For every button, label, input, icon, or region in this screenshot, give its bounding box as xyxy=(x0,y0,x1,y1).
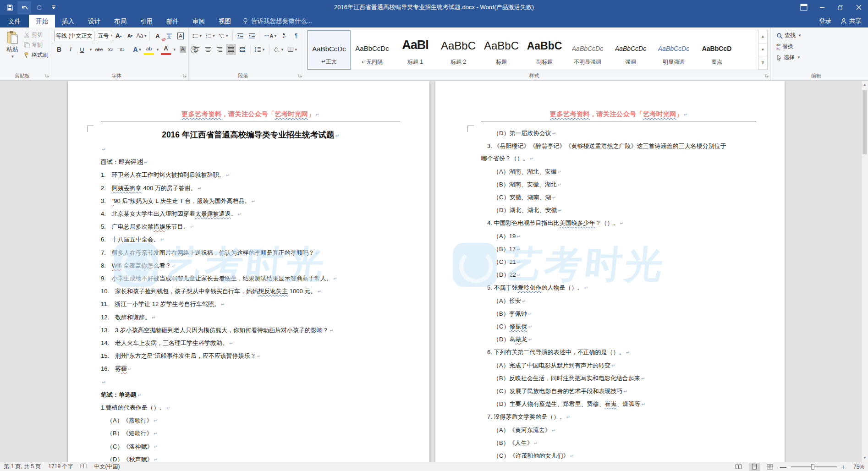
find-button[interactable]: 查找▼ xyxy=(776,32,865,39)
font-family-combo[interactable]: 等线 (中文正文▼ xyxy=(54,31,94,41)
style-item[interactable]: AaBbCcDc↵无间隔 xyxy=(351,30,394,70)
style-item[interactable]: AaBbC副标题 xyxy=(523,30,566,70)
word-count[interactable]: 1719 个字 xyxy=(48,463,73,471)
close-icon[interactable] xyxy=(850,0,868,15)
phonetic-guide-button[interactable]: wén 文 xyxy=(164,30,174,41)
increase-indent-button[interactable] xyxy=(247,30,257,41)
align-right-button[interactable] xyxy=(214,44,225,55)
font-color-button[interactable]: A xyxy=(161,44,171,55)
bullets-button[interactable]: ▼ xyxy=(192,30,203,41)
tab-设计[interactable]: 设计 xyxy=(81,15,107,27)
line-spacing-button[interactable]: ▼ xyxy=(253,44,266,55)
customize-qat-icon[interactable] xyxy=(47,1,60,14)
styles-more-icon[interactable]: ⊽ xyxy=(758,56,767,70)
multilevel-list-button[interactable]: ▼ xyxy=(218,30,230,41)
page-indicator[interactable]: 第 1 页, 共 5 页 xyxy=(4,463,41,471)
styles-dialog-launcher-icon[interactable] xyxy=(765,72,769,79)
vertical-scrollbar[interactable]: ▲ ▼ xyxy=(861,81,868,462)
grow-font-button[interactable]: A▲ xyxy=(114,30,124,41)
tab-视图[interactable]: 视图 xyxy=(212,15,238,27)
replace-button[interactable]: ab ac 替换 xyxy=(776,43,865,50)
zoom-slider-thumb[interactable] xyxy=(811,464,814,470)
clipboard-dialog-launcher-icon[interactable] xyxy=(45,72,49,79)
style-item[interactable]: AaBbC标题 2 xyxy=(437,30,480,70)
cut-button[interactable]: 剪切 xyxy=(24,31,48,39)
underline-button[interactable]: U xyxy=(77,44,87,55)
distribute-button[interactable] xyxy=(237,44,247,55)
undo-icon[interactable] xyxy=(17,1,31,14)
decrease-indent-button[interactable] xyxy=(236,30,246,41)
font-dialog-launcher-icon[interactable] xyxy=(183,72,187,79)
subscript-button[interactable]: x2 xyxy=(105,44,115,55)
bold-button[interactable]: B xyxy=(54,44,64,55)
style-item[interactable]: AaBl标题 1 xyxy=(394,30,437,70)
shading-button[interactable]: ▼ xyxy=(272,44,285,55)
paragraph-mark: ↵ xyxy=(530,156,533,161)
read-mode-icon[interactable] xyxy=(733,463,744,471)
zoom-slider[interactable] xyxy=(791,466,837,467)
tab-开始[interactable]: 开始 xyxy=(29,15,55,27)
align-left-button[interactable] xyxy=(192,44,202,55)
format-painter-button[interactable]: 格式刷 xyxy=(24,51,48,59)
sign-in-button[interactable]: 登录 xyxy=(819,17,831,25)
zoom-in-button[interactable]: + xyxy=(841,463,845,471)
ribbon-display-options-icon[interactable] xyxy=(795,0,813,15)
superscript-button[interactable]: x2 xyxy=(117,44,127,55)
highlight-color-button[interactable]: ab xyxy=(144,44,154,55)
character-border-button[interactable]: A xyxy=(176,30,186,41)
sort-button[interactable]: AZ ↓ xyxy=(280,30,290,41)
language-indicator[interactable]: 中文(中国) xyxy=(94,463,120,471)
paragraph-mark: ↵ xyxy=(154,418,157,423)
text-effects-button[interactable]: A▼ xyxy=(132,44,143,55)
tell-me-box[interactable]: 告诉我您想要做什么... xyxy=(238,15,317,27)
tab-布局[interactable]: 布局 xyxy=(107,15,133,27)
clear-formatting-button[interactable]: A xyxy=(153,30,163,41)
paragraph-dialog-launcher-icon[interactable] xyxy=(298,72,302,79)
align-center-button[interactable] xyxy=(203,44,213,55)
style-item[interactable]: AaBbCcD要点 xyxy=(695,30,738,70)
copy-button[interactable]: 复制 xyxy=(24,41,48,49)
style-item[interactable]: AaBbCcDc明显强调 xyxy=(652,30,695,70)
borders-button[interactable]: ▼ xyxy=(286,44,299,55)
paste-button[interactable]: 粘贴 ▼ xyxy=(3,30,22,71)
tab-引用[interactable]: 引用 xyxy=(133,15,159,27)
show-marks-button[interactable]: ¶ xyxy=(291,30,301,41)
tab-插入[interactable]: 插入 xyxy=(55,15,81,27)
scroll-down-icon[interactable]: ▼ xyxy=(862,455,868,462)
strikethrough-button[interactable]: abc xyxy=(94,44,104,55)
proofing-status-icon[interactable] xyxy=(80,463,87,471)
document-page-1[interactable]: 更多艺考资料，请关注公众号「艺考时光网」↵ 2016 年江西省普通高校编导类专业… xyxy=(68,81,429,462)
style-item[interactable]: AaBbCcDc强调 xyxy=(609,30,652,70)
tab-文件[interactable]: 文件 xyxy=(0,15,29,27)
scroll-up-icon[interactable]: ▲ xyxy=(862,81,868,88)
styles-scroll-down-icon[interactable]: ▼ xyxy=(758,44,767,57)
change-case-button[interactable]: Aa▼ xyxy=(137,30,147,41)
tab-审阅[interactable]: 审阅 xyxy=(186,15,212,27)
font-size-combo[interactable]: 五号▼ xyxy=(96,31,112,41)
zoom-out-button[interactable]: — xyxy=(780,463,786,471)
document-page-2[interactable]: 更多艺考资料，请关注公众号「艺考时光网」↵ （D）第一届政协会议↵3. 《岳阳楼… xyxy=(435,81,785,462)
select-button[interactable]: 选择▼ xyxy=(776,54,865,61)
style-item[interactable]: AaBbC标题 xyxy=(480,30,523,70)
zoom-percentage[interactable]: 75% xyxy=(850,464,864,470)
share-button[interactable]: 共享 xyxy=(841,17,862,25)
styles-scroll-up-icon[interactable]: ▲ xyxy=(758,30,767,44)
minimize-icon[interactable] xyxy=(813,0,831,15)
style-item[interactable]: AaBbCcDc不明显强调 xyxy=(566,30,609,70)
justify-button[interactable] xyxy=(226,44,236,55)
paragraph-mark: ↵ xyxy=(516,247,520,252)
paste-dropdown-icon[interactable]: ▼ xyxy=(11,55,15,59)
print-layout-icon[interactable] xyxy=(749,463,760,471)
web-layout-icon[interactable] xyxy=(764,463,775,471)
save-icon[interactable] xyxy=(3,1,16,14)
restore-icon[interactable] xyxy=(831,0,850,15)
numbering-button[interactable]: ▼ xyxy=(205,30,217,41)
scrollbar-thumb[interactable] xyxy=(863,90,867,154)
shrink-font-button[interactable]: A▼ xyxy=(125,30,135,41)
redo-icon[interactable] xyxy=(32,1,46,14)
asian-layout-button[interactable]: A▼ xyxy=(263,30,278,41)
italic-button[interactable]: I xyxy=(66,44,76,55)
tab-邮件[interactable]: 邮件 xyxy=(159,15,186,27)
style-item[interactable]: AaBbCcDc↵正文 xyxy=(308,30,351,70)
character-shading-button[interactable]: A xyxy=(178,44,188,55)
